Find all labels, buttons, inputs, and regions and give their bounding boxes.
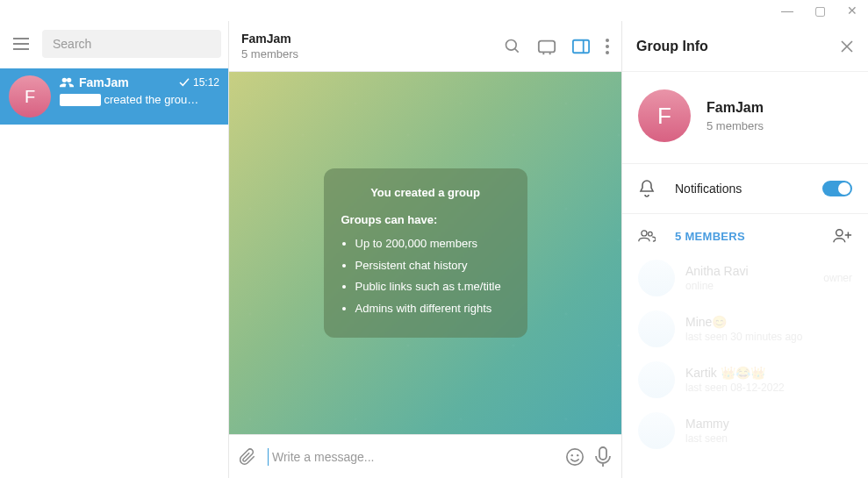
attach-icon[interactable] <box>240 447 257 467</box>
svg-point-0 <box>506 39 517 50</box>
side-panel-icon[interactable] <box>572 39 590 54</box>
member-name: Anitha Ravi <box>685 264 813 278</box>
member-status: last seen 30 minutes ago <box>685 331 842 343</box>
group-name: FamJam <box>707 100 764 116</box>
group-avatar[interactable]: F <box>638 89 691 142</box>
member-avatar <box>638 361 675 398</box>
group-profile: F FamJam 5 members <box>622 72 868 164</box>
svg-point-8 <box>577 453 578 455</box>
member-name: Mine😊 <box>685 315 842 329</box>
group-icon <box>60 77 74 88</box>
emoji-icon[interactable] <box>565 447 585 467</box>
svg-point-7 <box>571 453 573 455</box>
chat-title[interactable]: FamJam <box>241 32 298 46</box>
group-feature-item: Public links such as t.me/title <box>355 278 510 296</box>
svg-point-3 <box>606 39 609 42</box>
minimize-button[interactable]: — <box>781 4 793 18</box>
chat-last-message: █████ created the grou… <box>60 93 219 106</box>
members-header: 5 MEMBERS <box>622 214 868 253</box>
close-window-button[interactable]: ✕ <box>847 4 857 18</box>
member-status: last seen <box>685 432 842 445</box>
search-icon[interactable] <box>504 38 521 55</box>
svg-rect-2 <box>573 39 589 53</box>
voice-icon[interactable] <box>595 446 611 467</box>
chat-list-item[interactable]: F FamJam 15:12 █████ created the grou… <box>0 68 228 125</box>
svg-rect-1 <box>539 40 555 52</box>
member-avatar <box>638 310 675 347</box>
menu-button[interactable] <box>7 30 35 58</box>
member-row[interactable]: Mammy last seen <box>638 405 852 456</box>
sidebar: Search F FamJam 15:12 █████ created the … <box>0 21 228 478</box>
member-name: Kartik 👑😂👑 <box>685 366 842 380</box>
chat-header: FamJam 5 members <box>229 21 621 72</box>
member-avatar <box>638 412 675 449</box>
message-composer: Write a message... <box>229 434 621 478</box>
group-feature-item: Admins with different rights <box>355 300 510 318</box>
member-row[interactable]: Mine😊 last seen 30 minutes ago <box>638 303 852 354</box>
notifications-row[interactable]: Notifications <box>622 164 868 214</box>
svg-point-12 <box>836 230 843 236</box>
chat-area: FamJam 5 members You created <box>228 21 622 478</box>
member-row[interactable]: Kartik 👑😂👑 last seen 08-12-2022 <box>638 354 852 405</box>
chat-messages-area[interactable]: You created a group Groups can have: Up … <box>229 72 621 434</box>
member-status: online <box>685 280 813 292</box>
svg-rect-9 <box>599 447 606 460</box>
chat-avatar: F <box>9 75 51 118</box>
member-row[interactable]: Anitha Ravi online owner <box>638 253 852 303</box>
svg-point-5 <box>606 51 609 54</box>
chat-time: 15:12 <box>179 76 219 89</box>
member-list: Anitha Ravi online owner Mine😊 last seen… <box>622 253 868 456</box>
svg-point-6 <box>567 448 583 464</box>
member-avatar <box>638 260 675 296</box>
notifications-label: Notifications <box>675 182 803 196</box>
bell-icon <box>638 180 656 197</box>
more-icon[interactable] <box>606 39 609 54</box>
group-subtitle: 5 members <box>707 119 764 132</box>
members-icon <box>638 229 656 243</box>
member-status: last seen 08-12-2022 <box>685 382 842 394</box>
group-info-panel: Group Info F FamJam 5 members Notificati… <box>622 21 868 478</box>
member-name: Mammy <box>685 417 842 431</box>
check-icon <box>179 78 190 87</box>
info-title: Group Info <box>636 39 708 54</box>
chat-subtitle: 5 members <box>241 47 298 61</box>
svg-point-10 <box>642 231 647 236</box>
close-panel-button[interactable] <box>840 39 854 54</box>
svg-point-11 <box>649 232 653 236</box>
chat-name: FamJam <box>60 75 129 89</box>
member-role: owner <box>823 272 852 284</box>
svg-point-4 <box>606 45 609 48</box>
maximize-button[interactable]: ▢ <box>814 4 826 18</box>
members-count-label: 5 MEMBERS <box>675 230 745 243</box>
group-created-card: You created a group Groups can have: Up … <box>324 168 527 338</box>
message-input[interactable]: Write a message... <box>268 435 555 478</box>
window-titlebar: — ▢ ✕ <box>0 0 868 21</box>
call-icon[interactable] <box>537 38 556 55</box>
search-input[interactable]: Search <box>42 30 221 58</box>
notifications-toggle[interactable] <box>822 181 852 196</box>
add-member-button[interactable] <box>833 228 852 244</box>
group-feature-item: Persistent chat history <box>355 257 510 275</box>
group-feature-item: Up to 200,000 members <box>355 235 510 253</box>
